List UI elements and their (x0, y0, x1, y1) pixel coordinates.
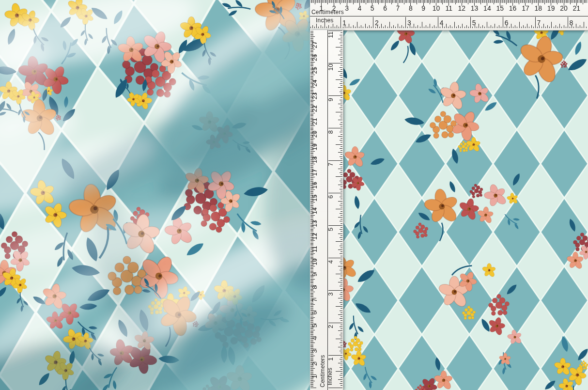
svg-text:19: 19 (311, 143, 318, 150)
svg-text:21: 21 (311, 118, 318, 125)
svg-text:15: 15 (311, 195, 318, 202)
vertical-ruler: 1234567891011121314151617181920212223242… (310, 30, 343, 390)
svg-text:25: 25 (311, 67, 318, 74)
fabric-product-photo: 1234567891011121314151617181920211234567… (0, 0, 588, 390)
horizontal-ruler-centimeters-label: Centimeters (311, 9, 344, 16)
svg-text:7: 7 (537, 19, 541, 27)
svg-text:6: 6 (383, 4, 387, 12)
svg-text:4: 4 (311, 337, 318, 340)
svg-text:21: 21 (573, 4, 581, 12)
svg-text:4: 4 (440, 19, 444, 27)
svg-text:2: 2 (311, 362, 318, 366)
svg-text:6: 6 (505, 19, 509, 27)
svg-text:1: 1 (327, 357, 334, 360)
svg-text:13: 13 (471, 4, 479, 12)
svg-text:4: 4 (358, 4, 362, 12)
svg-text:3: 3 (327, 293, 334, 296)
svg-text:5: 5 (327, 228, 334, 231)
svg-text:3: 3 (311, 349, 318, 353)
vertical-ruler-centimeters-label: Centimeters (319, 355, 326, 388)
svg-text:17: 17 (522, 4, 529, 12)
svg-text:10: 10 (311, 258, 318, 265)
svg-text:1: 1 (311, 375, 318, 378)
horizontal-ruler-scale: 1234567891011121314151617181920211234567… (310, 0, 588, 30)
svg-text:27: 27 (311, 41, 318, 48)
svg-text:11: 11 (311, 246, 318, 252)
svg-text:23: 23 (311, 93, 318, 99)
svg-text:12: 12 (311, 233, 318, 240)
horizontal-ruler: 1234567891011121314151617181920211234567… (310, 0, 588, 31)
svg-text:18: 18 (311, 156, 318, 163)
svg-text:10: 10 (327, 63, 334, 70)
vertical-ruler-scale: 1234567891011121314151617181920212223242… (310, 30, 343, 390)
svg-text:24: 24 (311, 79, 318, 86)
svg-text:8: 8 (570, 19, 573, 27)
svg-text:26: 26 (311, 54, 318, 61)
draped-fabric-illustration (0, 0, 310, 390)
svg-text:7: 7 (396, 4, 400, 12)
svg-text:1: 1 (342, 19, 346, 27)
svg-text:10: 10 (433, 4, 440, 12)
svg-text:20: 20 (560, 4, 568, 12)
svg-text:12: 12 (458, 4, 465, 12)
svg-text:6: 6 (327, 195, 334, 199)
svg-text:8: 8 (327, 130, 334, 134)
svg-text:3: 3 (407, 19, 411, 27)
svg-text:11: 11 (327, 31, 334, 38)
svg-text:9: 9 (311, 273, 318, 276)
svg-text:22: 22 (311, 105, 318, 112)
svg-text:5: 5 (311, 324, 318, 328)
svg-text:20: 20 (311, 131, 318, 138)
svg-text:16: 16 (311, 182, 318, 188)
svg-text:4: 4 (327, 260, 334, 264)
svg-text:16: 16 (509, 4, 517, 12)
draped-fabric-photo (0, 0, 310, 390)
svg-text:2: 2 (375, 19, 379, 27)
svg-text:9: 9 (421, 4, 425, 12)
svg-text:11: 11 (446, 4, 453, 12)
svg-text:7: 7 (311, 298, 318, 302)
svg-text:14: 14 (483, 4, 491, 12)
svg-text:5: 5 (371, 4, 374, 12)
svg-text:17: 17 (311, 169, 318, 176)
svg-text:19: 19 (547, 4, 555, 12)
svg-text:6: 6 (311, 311, 318, 314)
flat-fabric-illustration (343, 30, 588, 390)
flat-fabric-swatch (343, 30, 588, 390)
svg-text:8: 8 (311, 286, 318, 289)
horizontal-ruler-inches-label: Inches (316, 17, 334, 24)
svg-text:9: 9 (327, 98, 334, 101)
svg-text:2: 2 (327, 325, 334, 328)
svg-text:8: 8 (409, 4, 413, 12)
vertical-ruler-inches-label: Inches (326, 368, 333, 386)
svg-text:5: 5 (472, 19, 476, 27)
svg-text:13: 13 (311, 220, 318, 227)
svg-text:3: 3 (345, 4, 349, 12)
svg-text:7: 7 (327, 163, 334, 166)
svg-text:14: 14 (311, 207, 318, 214)
svg-text:15: 15 (496, 4, 504, 12)
svg-text:18: 18 (535, 4, 542, 12)
